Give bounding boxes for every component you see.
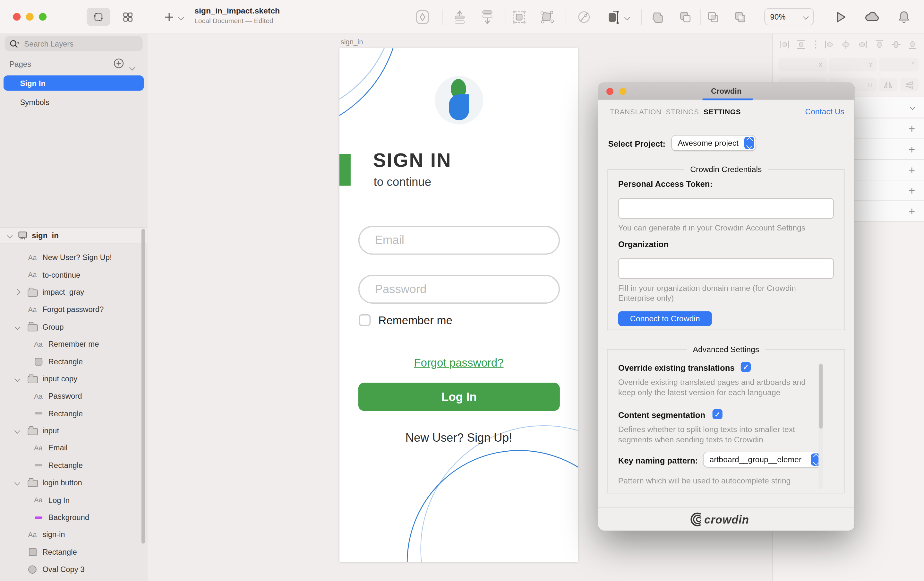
flip-vertical-button[interactable] [900,78,919,91]
connect-to-crowdin-button[interactable]: Connect to Crowdin [618,311,712,326]
rotation-field[interactable]: ° [879,58,919,71]
boolean-subtract-button[interactable] [676,8,694,26]
layer-row[interactable]: AaPassword [0,387,147,405]
layer-row[interactable]: input copy [0,370,147,387]
close-window-button[interactable] [606,88,614,95]
layer-row[interactable]: login button [0,474,147,492]
align-right-icon[interactable] [858,40,868,50]
chevron-down-icon[interactable] [15,324,20,329]
layer-row[interactable]: AaNew User? Sign Up! [0,249,147,266]
zoom-window-button[interactable] [39,13,46,20]
layer-search-field[interactable] [5,36,143,51]
boolean-union-button[interactable] [649,8,667,26]
search-icon [9,39,19,48]
canvas-view-toggle[interactable] [87,8,110,26]
layer-row[interactable]: AaEmail [0,439,147,457]
design-signup-text: New User? Sign Up! [340,431,578,445]
boolean-difference-button[interactable] [731,8,749,26]
tab-settings[interactable]: SETTINGS [704,108,741,116]
layer-row[interactable]: impact_gray [0,283,147,301]
resize-button[interactable] [604,8,622,26]
key-naming-pattern-label: Key naming pattern: [618,456,698,465]
search-input[interactable] [23,38,126,48]
grid-view-toggle[interactable] [117,8,139,26]
insert-menu-chevron[interactable] [175,8,186,26]
contact-us-link[interactable]: Contact Us [805,107,845,116]
artboard-title-label[interactable]: sign_in [341,38,363,46]
align-top-icon[interactable] [874,40,884,50]
move-backward-button[interactable] [478,8,496,26]
tab-translation[interactable]: TRANSLATION [610,108,662,116]
rectangle-layer-icon [28,548,36,556]
align-left-icon[interactable] [824,40,834,50]
more-options-icon[interactable] [813,40,818,50]
select-project-label: Select Project: [608,139,666,148]
zoom-window-button[interactable] [632,88,639,95]
group-icon [512,9,527,25]
organization-input[interactable] [618,258,834,279]
folder-icon [27,428,37,435]
group-button[interactable] [510,8,528,26]
layer-row[interactable]: Aato-continue [0,266,147,283]
preview-button[interactable] [832,8,850,26]
plus-icon: + [909,205,915,218]
layer-row[interactable]: AaRemember me [0,336,147,353]
layer-row[interactable]: Rectangle [0,405,147,422]
advanced-scrollbar-thumb[interactable] [819,364,823,429]
key-naming-pattern-select[interactable]: artboard__group__elemer [704,452,822,467]
token-input[interactable] [618,198,834,218]
minimize-window-button[interactable] [619,88,626,95]
override-translations-checkbox[interactable]: ✓ [741,362,751,372]
layer-row[interactable]: Group [0,318,147,336]
y-position-field[interactable]: Y [828,58,877,71]
chevron-down-icon [129,65,135,70]
cloud-share-button[interactable] [863,8,881,26]
chevron-right-icon[interactable] [15,289,20,295]
layer-row[interactable]: Rectangle [0,543,147,561]
artboard-sign-in[interactable]: SIGN IN to continue Email Password Remem… [340,48,578,562]
create-symbol-button[interactable] [414,8,431,26]
content-segmentation-checkbox[interactable]: ✓ [713,409,723,419]
pages-collapse-chevron[interactable] [130,61,134,72]
layer-row[interactable]: Background [0,509,147,526]
layer-row[interactable]: input [0,422,147,439]
ungroup-button[interactable] [538,8,556,26]
minimize-window-button[interactable] [26,13,34,20]
align-middle-vertically-icon[interactable] [891,40,901,50]
plus-icon [164,12,175,23]
project-select[interactable]: Awesome project [672,136,756,150]
crowdin-window-title: Crowdin [711,87,742,96]
layer-row[interactable]: Rectangle [0,457,147,474]
tab-strings[interactable]: STRINGS [666,108,699,116]
distribute-vertically-icon[interactable] [796,40,806,50]
layer-row[interactable]: Rectangle [0,353,147,370]
text-layer-icon: Aa [28,531,37,539]
layer-row[interactable]: AaLog In [0,492,147,509]
key-naming-pattern-value: artboard__group__elemer [704,455,810,464]
move-forward-button[interactable] [451,8,469,26]
layer-row[interactable]: Oval Copy 3 [0,561,147,578]
layer-row[interactable]: AaForgot password? [0,301,147,318]
close-window-button[interactable] [13,13,21,20]
align-center-horizontally-icon[interactable] [841,40,851,50]
resize-menu-chevron[interactable] [622,8,632,26]
page-item-sign-in[interactable]: Sign In [3,75,144,91]
chevron-down-icon[interactable] [15,480,20,486]
align-bottom-icon[interactable] [908,40,917,50]
oval-layer-icon [28,565,36,574]
x-position-field[interactable]: X [778,58,827,71]
distribute-horizontally-icon[interactable] [780,40,790,50]
chevron-down-icon[interactable] [15,428,20,434]
chevron-down-icon[interactable] [15,376,20,382]
flip-horizontal-button[interactable] [879,78,898,91]
boolean-intersect-button[interactable] [704,8,722,26]
notifications-button[interactable] [895,8,913,26]
add-page-button[interactable] [113,58,124,71]
artboard-layer-header[interactable]: sign_in [0,227,147,244]
page-item-symbols[interactable]: Symbols [3,94,144,110]
sidebar-scrollbar[interactable] [142,229,145,544]
edit-shape-button[interactable] [575,8,593,26]
folder-icon [27,376,37,383]
zoom-level-select[interactable]: 90% [764,8,813,25]
layer-row[interactable]: Aasign-in [0,526,147,543]
